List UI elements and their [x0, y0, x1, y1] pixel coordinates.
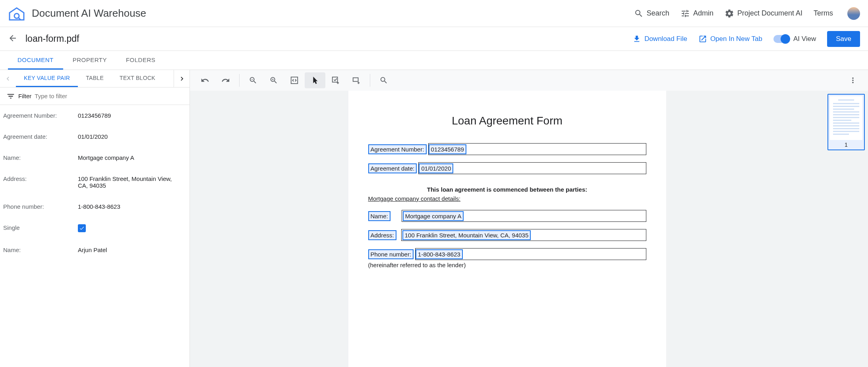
- zoom-in-button[interactable]: [263, 72, 284, 88]
- tab-table[interactable]: TABLE: [78, 70, 112, 87]
- kv-row[interactable]: Agreement date:01/01/2020: [0, 126, 189, 147]
- app-logo[interactable]: [8, 6, 25, 21]
- avatar[interactable]: [847, 7, 860, 20]
- more-vert-icon: [849, 76, 857, 85]
- field-agreement-number: Agreement Number: 0123456789: [368, 143, 646, 155]
- kv-key: Agreement date:: [3, 133, 78, 140]
- thumbnail-strip: 1: [824, 91, 868, 367]
- tune-icon: [680, 9, 690, 18]
- admin-action[interactable]: Admin: [680, 9, 713, 18]
- lender-note: (hereinafter referred to as the lender): [368, 262, 646, 268]
- download-button[interactable]: Download File: [632, 35, 687, 43]
- checkbox-tool-button[interactable]: [325, 72, 346, 88]
- gear-icon: [725, 9, 734, 18]
- filter-input[interactable]: [35, 93, 183, 99]
- page-thumbnail[interactable]: 1: [827, 94, 865, 150]
- svg-rect-4: [353, 78, 358, 82]
- field-label[interactable]: Agreement date:: [368, 163, 417, 173]
- undo-button[interactable]: [195, 72, 215, 88]
- kv-value: 1-800-843-8623: [78, 203, 186, 210]
- tab-prev[interactable]: [0, 75, 16, 83]
- kv-key: Address:: [3, 175, 78, 189]
- kv-value: 0123456789: [78, 112, 186, 119]
- download-icon: [632, 35, 641, 43]
- kv-row[interactable]: Agreement Number:0123456789: [0, 105, 189, 126]
- filter-bar: Filter: [0, 87, 189, 105]
- back-button[interactable]: [8, 33, 17, 45]
- kv-row[interactable]: Name:Mortgage company A: [0, 147, 189, 168]
- more-button[interactable]: [843, 72, 863, 88]
- tab-document[interactable]: DOCUMENT: [8, 51, 63, 70]
- contact-text: Mortgage company contact details:: [368, 195, 646, 202]
- svg-rect-3: [333, 77, 338, 82]
- document-title: loan-form.pdf: [25, 33, 632, 44]
- save-button[interactable]: Save: [827, 31, 860, 47]
- search-action[interactable]: Search: [634, 9, 669, 18]
- pointer-button[interactable]: [305, 72, 325, 88]
- kv-key: Agreement Number:: [3, 112, 78, 119]
- kv-row[interactable]: Phone number:1-800-843-8623: [0, 196, 189, 217]
- field-phone: Phone number: 1-800-843-8623: [368, 248, 646, 260]
- kv-row[interactable]: Name:Arjun Patel: [0, 239, 189, 260]
- document-viewer[interactable]: Loan Agreement Form Agreement Number: 01…: [190, 91, 824, 367]
- secondary-tabs: KEY VALUE PAIR TABLE TEXT BLOCK: [0, 70, 189, 87]
- field-value[interactable]: Mortgage company A: [403, 211, 464, 221]
- viewer-toolbar: [190, 70, 868, 91]
- field-label[interactable]: Name:: [368, 211, 391, 221]
- chevron-left-icon: [4, 75, 12, 83]
- left-panel: KEY VALUE PAIR TABLE TEXT BLOCK Filter A…: [0, 70, 190, 367]
- kv-key: Name:: [3, 247, 78, 253]
- zoom-out-button[interactable]: [243, 72, 263, 88]
- redo-icon: [221, 76, 230, 85]
- kv-value: Arjun Patel: [78, 247, 186, 253]
- tab-key-value-pair[interactable]: KEY VALUE PAIR: [16, 70, 78, 87]
- kv-key: Single: [3, 224, 78, 232]
- main-header: Document AI Warehouse Search Admin Proje…: [0, 0, 868, 27]
- thumbnail-page-number: 1: [830, 142, 862, 148]
- document-header: loan-form.pdf Download File Open In New …: [0, 27, 868, 51]
- redo-button[interactable]: [215, 72, 236, 88]
- kv-value: 100 Franklin Street, Mountain View, CA, …: [78, 175, 186, 189]
- ai-view-toggle[interactable]: [773, 35, 789, 43]
- kv-key: Name:: [3, 154, 78, 161]
- field-value[interactable]: 100 Franklin Street, Mountain View, CA, …: [402, 230, 531, 240]
- field-name: Name: Mortgage company A: [368, 210, 646, 222]
- field-value[interactable]: 0123456789: [429, 144, 466, 154]
- key-value-list: Agreement Number:0123456789Agreement dat…: [0, 105, 189, 367]
- zoom-out-icon: [249, 76, 257, 85]
- terms-link[interactable]: Terms: [814, 9, 833, 17]
- primary-tabs: DOCUMENT PROPERTY FOLDERS: [0, 51, 868, 70]
- search-tool-button[interactable]: [373, 72, 394, 88]
- code-icon: [290, 76, 299, 85]
- search-icon: [379, 76, 388, 85]
- field-agreement-date: Agreement date: 01/01/2020: [368, 162, 646, 174]
- project-action[interactable]: Project Document AI: [725, 9, 802, 18]
- tab-text-block[interactable]: TEXT BLOCK: [112, 70, 163, 87]
- kv-value: Mortgage company A: [78, 154, 186, 161]
- tab-folders[interactable]: FOLDERS: [116, 51, 165, 70]
- filter-list-icon: [6, 92, 15, 101]
- document-page: Loan Agreement Form Agreement Number: 01…: [348, 91, 666, 367]
- code-button[interactable]: [284, 72, 305, 88]
- checkbox-add-icon: [331, 76, 340, 85]
- zoom-in-icon: [269, 76, 278, 85]
- field-value[interactable]: 1-800-843-8623: [416, 249, 463, 259]
- rectangle-add-icon: [352, 76, 361, 85]
- tab-property[interactable]: PROPERTY: [63, 51, 116, 70]
- field-label[interactable]: Agreement Number:: [368, 144, 427, 154]
- ai-view-label: AI View: [793, 35, 816, 43]
- tab-next[interactable]: [174, 70, 189, 87]
- arrow-back-icon: [8, 33, 17, 43]
- undo-icon: [201, 76, 209, 85]
- kv-key: Phone number:: [3, 203, 78, 210]
- field-value[interactable]: 01/01/2020: [419, 163, 453, 173]
- field-label[interactable]: Phone number:: [368, 249, 414, 259]
- document-heading: Loan Agreement Form: [368, 115, 646, 127]
- kv-row[interactable]: Single: [0, 217, 189, 239]
- kv-row[interactable]: Address:100 Franklin Street, Mountain Vi…: [0, 168, 189, 196]
- field-label[interactable]: Address:: [368, 230, 396, 240]
- rect-tool-button[interactable]: [346, 72, 367, 88]
- filter-label: Filter: [18, 93, 31, 99]
- search-icon: [634, 9, 644, 18]
- open-new-tab-button[interactable]: Open In New Tab: [698, 35, 762, 43]
